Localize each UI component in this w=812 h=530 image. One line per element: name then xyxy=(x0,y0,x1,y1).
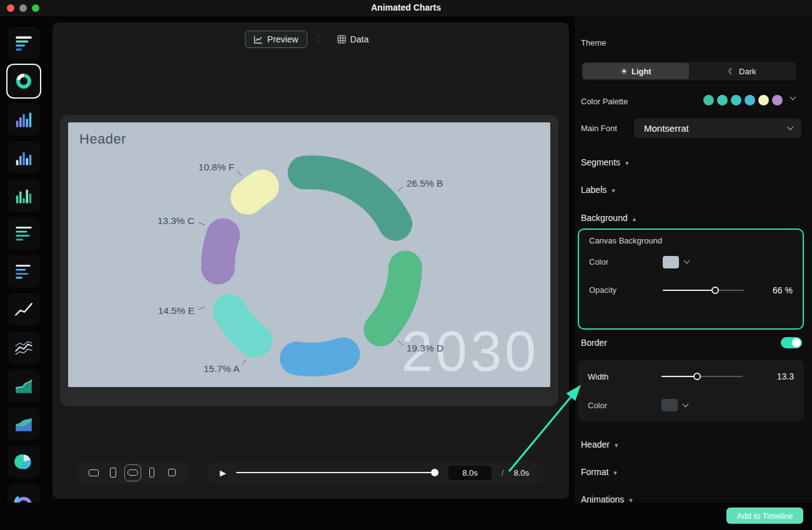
canvas-background-title: Canvas Background xyxy=(589,236,793,245)
label-leader-line xyxy=(237,170,242,176)
viewport-option-phone-portrait[interactable] xyxy=(104,464,121,481)
phone-narrow-icon xyxy=(149,468,154,478)
chevron-down-icon[interactable] xyxy=(683,401,689,407)
section-header-label: Header xyxy=(581,439,610,449)
chart-type-area-stacked[interactable] xyxy=(7,408,40,440)
donut-segment-E xyxy=(229,311,255,341)
main-font-label: Main Font xyxy=(581,124,617,133)
total-time: 8.0s xyxy=(513,468,529,478)
border-label: Border xyxy=(581,338,607,348)
phone-portrait-icon xyxy=(110,468,116,478)
section-format[interactable]: Format xyxy=(575,461,812,483)
chart-type-bars-thin-blue[interactable] xyxy=(7,255,40,288)
slider-knob[interactable] xyxy=(711,287,719,294)
main-font-dropdown[interactable]: Montserrat xyxy=(634,119,801,138)
section-labels[interactable]: Labels xyxy=(575,179,812,201)
label-leader-line xyxy=(199,307,205,310)
chevron-down-icon xyxy=(629,494,633,503)
square-icon xyxy=(168,469,176,476)
chart-type-columns-blue[interactable] xyxy=(7,141,40,174)
chart-type-list xyxy=(0,16,47,503)
time-separator: / xyxy=(502,468,504,478)
section-background[interactable]: Background xyxy=(575,207,812,229)
donut-segment-label: 19.3% D xyxy=(407,343,443,353)
chart-type-bars-thin-teal[interactable] xyxy=(7,217,40,250)
tab-data-label: Data xyxy=(350,34,369,44)
palette-color-swatch xyxy=(731,95,741,106)
current-time: 8.0s xyxy=(448,466,492,480)
theme-dark-label: Dark xyxy=(739,67,756,76)
toggle-knob xyxy=(792,338,801,347)
theme-label: Theme xyxy=(581,38,606,47)
window-title: Animated Charts xyxy=(0,2,812,12)
opacity-label: Opacity xyxy=(589,285,663,295)
label-leader-line xyxy=(199,223,205,225)
chart-type-columns-purple[interactable] xyxy=(7,103,40,135)
chart-type-lines-multi[interactable] xyxy=(7,331,40,364)
theme-toggle: Light Dark xyxy=(582,62,796,81)
slider-knob[interactable] xyxy=(431,469,438,476)
opacity-slider[interactable] xyxy=(663,286,744,295)
section-header[interactable]: Header xyxy=(575,433,812,456)
chart-type-donut-partial[interactable] xyxy=(7,484,40,503)
tab-data[interactable]: Data xyxy=(329,31,377,47)
opacity-value: 66 % xyxy=(773,285,793,295)
border-toggle[interactable] xyxy=(781,337,802,348)
bottom-bar: Add to Timeline xyxy=(0,503,812,530)
palette-color-swatch xyxy=(717,95,728,106)
theme-light-button[interactable]: Light xyxy=(583,63,689,79)
chart-type-pie[interactable] xyxy=(7,446,40,478)
donut-segment-B xyxy=(305,172,395,224)
border-width-slider[interactable] xyxy=(661,372,743,381)
viewport-selector xyxy=(77,461,187,484)
viewport-option-phone-narrow[interactable] xyxy=(144,464,161,481)
landscape-icon xyxy=(89,469,99,476)
label-leader-line xyxy=(242,360,246,365)
donut-segment-D xyxy=(380,268,405,330)
donut-segment-label: 26.5% B xyxy=(407,178,443,189)
slider-fill xyxy=(236,472,438,473)
title-bar: Animated Charts xyxy=(0,0,812,16)
viewport-option-square[interactable] xyxy=(163,464,180,481)
slider-fill xyxy=(661,376,696,377)
theme-dark-button[interactable]: Dark xyxy=(689,63,795,79)
canvas-bg-color-swatch[interactable] xyxy=(663,256,679,268)
chart-type-columns-teal[interactable] xyxy=(7,179,40,212)
chart-type-donut[interactable] xyxy=(7,65,40,97)
app-window: Animated Charts Preview xyxy=(0,0,812,530)
chart-type-line[interactable] xyxy=(7,293,40,326)
viewport-option-rounded-landscape[interactable] xyxy=(124,464,141,481)
label-leader-line xyxy=(398,341,403,345)
palette-color-swatch xyxy=(745,95,755,106)
tab-bar: Preview Data xyxy=(52,31,569,48)
slider-knob[interactable] xyxy=(693,373,701,380)
viewport-option-landscape[interactable] xyxy=(85,464,102,481)
preview-panel: Preview Data Header 2030 10.8% F26.5% B1… xyxy=(52,22,569,499)
donut-segment-label: 10.8% F xyxy=(199,162,235,172)
chevron-down-icon[interactable] xyxy=(684,258,690,264)
canvas-bg-opacity-row: Opacity 66 % xyxy=(589,276,793,304)
chart-type-bars-horizontal[interactable] xyxy=(7,27,40,59)
border-color-swatch[interactable] xyxy=(661,399,678,411)
section-segments[interactable]: Segments xyxy=(575,151,812,174)
canvas-frame: Header 2030 10.8% F26.5% B19.3% D15.7% A… xyxy=(60,115,558,406)
border-width-row: Width 13.3 xyxy=(588,362,794,391)
tab-divider xyxy=(318,34,319,44)
chevron-up-icon xyxy=(633,213,636,223)
border-width-label: Width xyxy=(588,372,661,381)
tab-preview[interactable]: Preview xyxy=(245,31,307,48)
chevron-down-icon xyxy=(611,185,615,195)
playback-slider[interactable] xyxy=(236,468,438,477)
section-animations[interactable]: Animations xyxy=(575,488,812,503)
rounded-landscape-icon xyxy=(127,469,138,476)
chart-type-area[interactable] xyxy=(7,370,40,402)
chart-type-sidebar xyxy=(0,16,47,503)
section-format-label: Format xyxy=(581,467,608,477)
add-to-timeline-button[interactable]: Add to Timeline xyxy=(726,508,803,524)
color-palette-label: Color Palette xyxy=(581,97,628,106)
donut-segment-label: 13.3% C xyxy=(157,215,194,226)
play-button[interactable] xyxy=(220,467,226,478)
donut-segment-C xyxy=(218,235,223,268)
chevron-down-icon[interactable] xyxy=(790,94,796,101)
color-palette-swatches[interactable] xyxy=(703,95,783,106)
